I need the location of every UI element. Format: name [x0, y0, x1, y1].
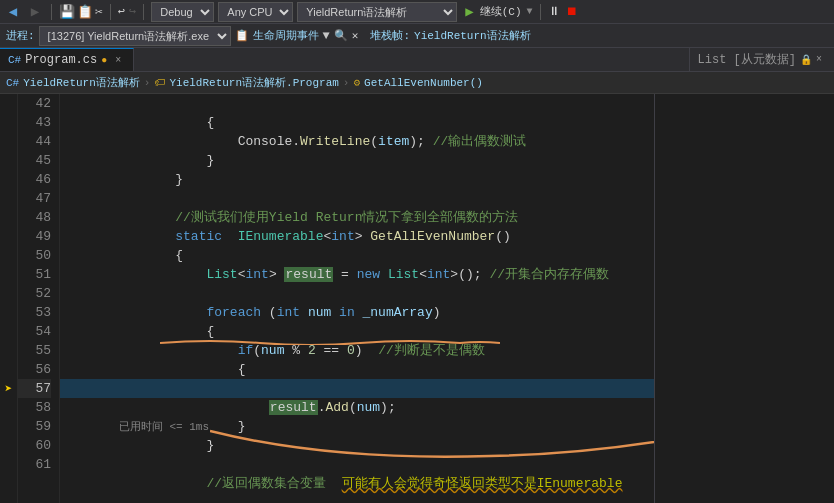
code-line-44: }: [60, 132, 654, 151]
gutter-45: [0, 151, 17, 170]
ln-60: 60: [18, 436, 51, 455]
ln-56: 56: [18, 360, 51, 379]
toolbar-icon2[interactable]: 📋: [77, 4, 93, 20]
tab-list-data[interactable]: List [从元数据] 🔒 ×: [689, 48, 834, 71]
project-combo[interactable]: YieldReturn语法解析: [297, 2, 457, 22]
code-line-50: List<int> result = new List<int>(); //开集…: [60, 246, 654, 265]
code-line-52: foreach (int num in _numArray): [60, 284, 654, 303]
gutter-44: [0, 132, 17, 151]
filter-btn[interactable]: 🔍: [334, 29, 348, 42]
ln-59: 59: [18, 417, 51, 436]
cs-icon-breadcrumb: C#: [6, 77, 19, 89]
gutter-49: [0, 227, 17, 246]
gutter-54: [0, 322, 17, 341]
process-label: 进程:: [6, 28, 35, 43]
gutter-57-arrow: ➤: [0, 379, 17, 398]
sep2: [110, 4, 111, 20]
sep3: [143, 4, 144, 20]
tab-bar: C# Program.cs ● × List [从元数据] 🔒 ×: [0, 48, 834, 72]
code-line-59: }: [60, 417, 654, 436]
code-line-61: //返回偶数集合变量 可能有人会觉得奇怪返回类型不是IEnumerable: [60, 455, 654, 474]
tab-program-close[interactable]: ×: [111, 53, 125, 67]
code-line-56: [60, 360, 654, 379]
ln-44: 44: [18, 132, 51, 151]
gutter-55: [0, 341, 17, 360]
gutter-47: [0, 189, 17, 208]
gutter-50: [0, 246, 17, 265]
code-line-45: }: [60, 151, 654, 170]
ln-43: 43: [18, 113, 51, 132]
tab-list-close[interactable]: ×: [812, 53, 826, 67]
ln-50: 50: [18, 246, 51, 265]
process-combo[interactable]: [13276] YieldReturn语法解析.exe: [39, 26, 231, 46]
gutter-56: [0, 360, 17, 379]
sep1: [51, 4, 52, 20]
tab-program-label: Program.cs: [25, 53, 97, 67]
ln-46: 46: [18, 170, 51, 189]
filter-icon[interactable]: ▼: [323, 29, 330, 43]
right-panel: [654, 94, 834, 503]
gutter-51: [0, 265, 17, 284]
code-editor[interactable]: { Console.WriteLine(item); //输出偶数测试 } } …: [60, 94, 654, 503]
tab-spacer: [134, 48, 688, 71]
breadcrumb-part2[interactable]: YieldReturn语法解析.Program: [169, 75, 338, 90]
undo-button[interactable]: ↩: [118, 4, 125, 19]
forward-button[interactable]: ▶: [26, 3, 44, 21]
gutter-58: [0, 398, 17, 417]
breadcrumb-bar: C# YieldReturn语法解析 › 🏷 YieldReturn语法解析.P…: [0, 72, 834, 94]
ln-57: 57: [18, 379, 51, 398]
stop-button[interactable]: ⏹: [566, 4, 578, 19]
line-numbers: 42 43 44 45 46 47 48 49 50 51 52 53 54 5…: [18, 94, 60, 503]
stack-label: 堆栈帧:: [370, 28, 410, 43]
process-bar: 进程: [13276] YieldReturn语法解析.exe 📋 生命周期事件…: [0, 24, 834, 48]
redo-button[interactable]: ↪: [129, 4, 136, 19]
ln-45: 45: [18, 151, 51, 170]
gutter-43: [0, 113, 17, 132]
gutter-46: [0, 170, 17, 189]
ln-53: 53: [18, 303, 51, 322]
tab-program-cs[interactable]: C# Program.cs ● ×: [0, 48, 134, 71]
gutter-60: [0, 436, 17, 455]
toolbar-icon3[interactable]: ✂️: [95, 4, 103, 20]
ln-54: 54: [18, 322, 51, 341]
code-line-53: {: [60, 303, 654, 322]
stack-value: YieldReturn语法解析: [414, 28, 531, 43]
code-line-54: if(num % 2 == 0) //判断是不是偶数: [60, 322, 654, 341]
ln-61: 61: [18, 455, 51, 474]
ln-52: 52: [18, 284, 51, 303]
gutter: ➤: [0, 94, 18, 503]
code-line-51: [60, 265, 654, 284]
code-line-46: [60, 170, 654, 189]
code-line-47: //测试我们使用Yield Return情况下拿到全部偶数的方法: [60, 189, 654, 208]
gutter-53: [0, 303, 17, 322]
ln-51: 51: [18, 265, 51, 284]
gutter-42: [0, 94, 17, 113]
breadcrumb-arrow2: ›: [343, 77, 350, 89]
cpu-combo[interactable]: Any CPU: [218, 2, 293, 22]
pause-button[interactable]: ⏸: [548, 4, 560, 19]
breadcrumb-part1[interactable]: YieldReturn语法解析: [23, 75, 140, 90]
code-line-57: result.Add(num); 已用时间 <= 1ms: [60, 379, 654, 398]
lifecycle-icon[interactable]: 📋: [235, 29, 249, 42]
breadcrumb-arrow1: ›: [144, 77, 151, 89]
breadcrumb-part3[interactable]: GetAllEvenNumber(): [364, 77, 483, 89]
gutter-61: [0, 455, 17, 474]
debug-config-combo[interactable]: Debug: [151, 2, 214, 22]
code-line-43: Console.WriteLine(item); //输出偶数测试: [60, 113, 654, 132]
code-line-58: }: [60, 398, 654, 417]
continue-dropdown[interactable]: ▼: [527, 6, 533, 17]
clear-btn[interactable]: ✕: [352, 29, 359, 42]
tab-list-icon: 🔒: [800, 54, 812, 66]
cs-icon: C#: [8, 54, 21, 66]
toolbar-icon1[interactable]: 💾: [59, 4, 75, 20]
back-button[interactable]: ◀: [4, 3, 22, 21]
ln-48: 48: [18, 208, 51, 227]
ln-55: 55: [18, 341, 51, 360]
gutter-59: [0, 417, 17, 436]
continue-button[interactable]: ▶: [465, 3, 473, 20]
right-panel-content: [655, 94, 834, 124]
code-line-55: {: [60, 341, 654, 360]
modified-dot: ●: [101, 55, 107, 66]
breadcrumb-icon3: ⚙: [353, 76, 360, 89]
ln-47: 47: [18, 189, 51, 208]
